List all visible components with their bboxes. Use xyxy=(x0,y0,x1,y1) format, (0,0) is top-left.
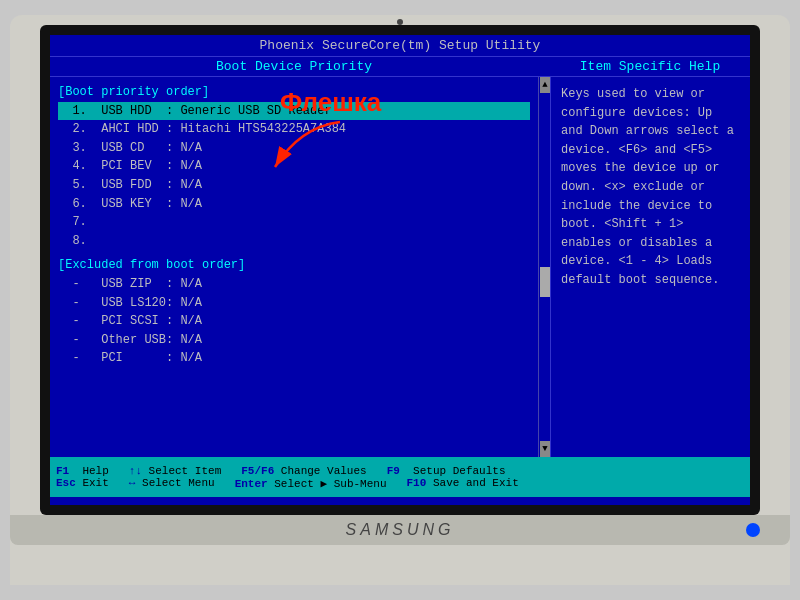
excluded-item-1[interactable]: - USB ZIP : N/A xyxy=(58,275,530,294)
key-f5f6[interactable]: F5/F6 Change Values xyxy=(241,465,366,477)
key-enter[interactable]: Enter Select ▶ Sub-Menu xyxy=(235,477,387,490)
key-updown[interactable]: ↑↓ Select Item xyxy=(129,465,221,477)
excluded-item-3[interactable]: - PCI SCSI : N/A xyxy=(58,312,530,331)
bios-title: Phoenix SecureCore(tm) Setup Utility xyxy=(260,38,541,53)
power-indicator xyxy=(746,523,760,537)
key-lr[interactable]: ↔ Select Menu xyxy=(129,477,215,489)
flash-annotation: Флешка xyxy=(280,87,381,118)
key-f9[interactable]: F9 Setup Defaults xyxy=(387,465,506,477)
panel-title-item-help: Item Specific Help xyxy=(580,59,720,74)
bios-bottom-bar: F1 Help ↑↓ Select Item F5/F6 Change Valu… xyxy=(50,457,750,497)
help-text: Keys used to view or configure devices: … xyxy=(561,85,740,290)
boot-item-5[interactable]: 5. USB FDD : N/A xyxy=(58,176,530,195)
bios-header: Phoenix SecureCore(tm) Setup Utility xyxy=(50,35,750,57)
key-f10[interactable]: F10 Save and Exit xyxy=(407,477,519,489)
boot-item-8[interactable]: 8. xyxy=(58,232,530,251)
excluded-section-title: [Excluded from boot order] xyxy=(58,256,530,275)
laptop-bottom: SAMSUNG xyxy=(10,515,790,545)
boot-item-6[interactable]: 6. USB KEY : N/A xyxy=(58,195,530,214)
excluded-item-2[interactable]: - USB LS120: N/A xyxy=(58,294,530,313)
excluded-item-4[interactable]: - Other USB: N/A xyxy=(58,331,530,350)
screen-bezel: Phoenix SecureCore(tm) Setup Utility Boo… xyxy=(40,25,760,515)
scrollbar-thumb xyxy=(540,267,550,297)
flash-arrow xyxy=(260,117,360,177)
bios-right-panel: Keys used to view or configure devices: … xyxy=(550,77,750,457)
key-esc[interactable]: Esc Exit xyxy=(56,477,109,489)
bios-screen: Phoenix SecureCore(tm) Setup Utility Boo… xyxy=(50,35,750,505)
boot-item-7[interactable]: 7. xyxy=(58,213,530,232)
key-f1[interactable]: F1 Help xyxy=(56,465,109,477)
brand-logo: SAMSUNG xyxy=(346,521,455,539)
panel-title-boot-device: Boot Device Priority xyxy=(216,59,372,74)
excluded-item-5[interactable]: - PCI : N/A xyxy=(58,349,530,368)
scrollbar[interactable]: ▲ ▼ xyxy=(538,77,550,457)
